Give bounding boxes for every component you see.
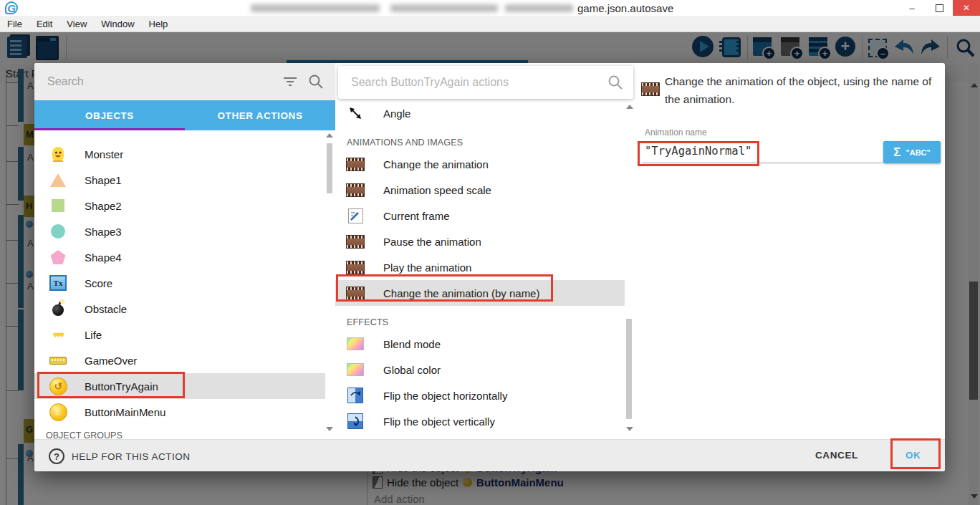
object-groups-header: OBJECT GROUPS	[34, 425, 325, 441]
abc-label: "ABC"	[905, 148, 930, 157]
minimize-button[interactable]: –	[898, 0, 926, 16]
object-row-shape2[interactable]: Shape2	[34, 193, 325, 218]
actions-search-input[interactable]	[350, 75, 607, 90]
tab-objects-label: OBJECTS	[85, 110, 134, 121]
action-label: Flip the object vertically	[383, 415, 495, 428]
search-icon[interactable]	[308, 74, 324, 90]
object-row-shape3[interactable]: Shape3	[34, 218, 325, 244]
object-row-buttonmainmenu[interactable]: ⌂ ButtonMainMenu	[34, 399, 325, 425]
restore-icon	[936, 4, 943, 12]
tab-other-actions[interactable]: OTHER ACTIONS	[185, 100, 335, 130]
object-row-score[interactable]: Tx Score	[34, 270, 325, 296]
circle-icon	[49, 224, 67, 239]
banner-icon	[49, 357, 67, 365]
pentagon-icon	[49, 250, 67, 264]
object-row-obstacle[interactable]: Obstacle	[34, 296, 325, 322]
scroll-down-icon[interactable]	[626, 427, 633, 431]
object-label: ButtonMainMenu	[85, 406, 165, 418]
rainbow-icon	[346, 337, 365, 350]
object-label: Monster	[85, 148, 123, 160]
object-row-monster[interactable]: Monster	[34, 141, 325, 167]
action-label: Blend mode	[383, 338, 441, 350]
action-row-current-frame[interactable]: Current frame	[335, 203, 625, 229]
object-label: Life	[85, 329, 102, 341]
blurred-title-text	[505, 4, 573, 12]
window-title: game.json.autosave	[577, 2, 673, 14]
film-icon	[346, 183, 365, 197]
help-icon: ?	[49, 448, 64, 464]
action-row-pause-animation[interactable]: Pause the animation	[335, 229, 625, 254]
film-icon	[346, 261, 365, 274]
object-row-life[interactable]: ♥♥♥ Life	[34, 322, 325, 347]
expression-editor-button[interactable]: Σ "ABC"	[883, 141, 941, 163]
animation-name-label: Animation name	[645, 128, 707, 138]
actions-search-bar	[338, 66, 633, 99]
actions-scrollbar-thumb[interactable]	[626, 319, 632, 419]
action-label: Flip the object horizontally	[383, 390, 507, 402]
action-label: Pause the animation	[383, 236, 481, 248]
annotation-box-ok-button	[890, 438, 941, 469]
objects-search-input[interactable]	[46, 74, 282, 89]
text-object-icon: Tx	[49, 275, 67, 291]
section-animations-images: ANIMATIONS AND IMAGES	[335, 126, 625, 151]
gdevelop-logo-icon: G	[5, 1, 18, 14]
choose-action-dialog: OBJECTS OTHER ACTIONS Monster Shape1 Sha…	[34, 63, 945, 471]
section-effects: EFFECTS	[335, 306, 625, 331]
objects-scrollbar-thumb[interactable]	[327, 143, 332, 193]
help-link[interactable]: ? HELP FOR THIS ACTION	[49, 448, 191, 464]
object-label: Shape1	[85, 174, 122, 186]
blurred-title-text	[251, 4, 380, 12]
film-icon	[346, 158, 365, 171]
tab-objects[interactable]: OBJECTS	[34, 100, 185, 130]
object-row-gameover[interactable]: GameOver	[34, 347, 325, 373]
annotation-box-animation-name-field	[638, 141, 759, 166]
filter-icon[interactable]	[282, 74, 298, 89]
object-label: GameOver	[85, 355, 137, 367]
title-bar: G game.json.autosave – ✕	[0, 0, 980, 16]
scroll-down-icon[interactable]	[326, 427, 333, 431]
action-row-animation-speed-scale[interactable]: Animation speed scale	[335, 177, 625, 203]
monster-icon	[49, 145, 67, 163]
bomb-icon	[49, 302, 67, 316]
objects-search-bar	[34, 63, 335, 100]
action-label: Play the animation	[383, 261, 471, 274]
restore-button[interactable]	[926, 0, 953, 16]
close-button[interactable]: ✕	[953, 0, 980, 16]
scroll-up-icon[interactable]	[326, 133, 333, 138]
action-row-blend-mode[interactable]: Blend mode	[335, 331, 625, 357]
action-row-flip-vertically[interactable]: Flip the object vertically	[335, 408, 625, 434]
action-label: Change the animation	[383, 158, 489, 170]
cancel-button[interactable]: CANCEL	[815, 450, 858, 461]
flip-horizontal-icon	[346, 388, 365, 403]
objects-tabs: OBJECTS OTHER ACTIONS	[34, 100, 335, 130]
action-row-flip-horizontally[interactable]: Flip the object horizontally	[335, 383, 625, 408]
menu-help[interactable]: Help	[142, 19, 176, 29]
dialog-footer: ? HELP FOR THIS ACTION CANCEL OK	[34, 439, 945, 471]
tab-other-actions-label: OTHER ACTIONS	[217, 110, 302, 121]
menu-view[interactable]: View	[59, 19, 94, 29]
menu-window[interactable]: Window	[94, 19, 141, 29]
menu-edit[interactable]: Edit	[29, 19, 59, 29]
menu-file[interactable]: File	[0, 19, 29, 29]
scroll-up-icon[interactable]	[626, 105, 633, 109]
object-row-shape4[interactable]: Shape4	[34, 244, 325, 270]
film-icon	[641, 82, 660, 96]
menu-bar: File Edit View Window Help	[0, 16, 980, 32]
object-row-shape1[interactable]: Shape1	[34, 167, 325, 193]
action-row-global-color[interactable]: Global color	[335, 357, 625, 383]
search-icon[interactable]	[607, 74, 623, 90]
blurred-title-text	[390, 4, 498, 12]
flip-vertical-icon	[346, 413, 365, 429]
home-button-icon: ⌂	[49, 403, 67, 421]
rainbow-icon	[346, 363, 365, 376]
action-label: Animation speed scale	[383, 184, 491, 196]
frame-edit-icon	[346, 208, 365, 223]
triangle-icon	[49, 173, 67, 187]
action-description: Change the animation of the object, usin…	[665, 72, 945, 108]
action-label: Global color	[383, 364, 441, 376]
help-label: HELP FOR THIS ACTION	[72, 451, 191, 462]
object-label: Score	[85, 277, 112, 289]
action-label: Current frame	[383, 210, 450, 222]
action-row-change-animation[interactable]: Change the animation	[335, 151, 625, 177]
action-row-angle[interactable]: Angle	[335, 100, 625, 126]
